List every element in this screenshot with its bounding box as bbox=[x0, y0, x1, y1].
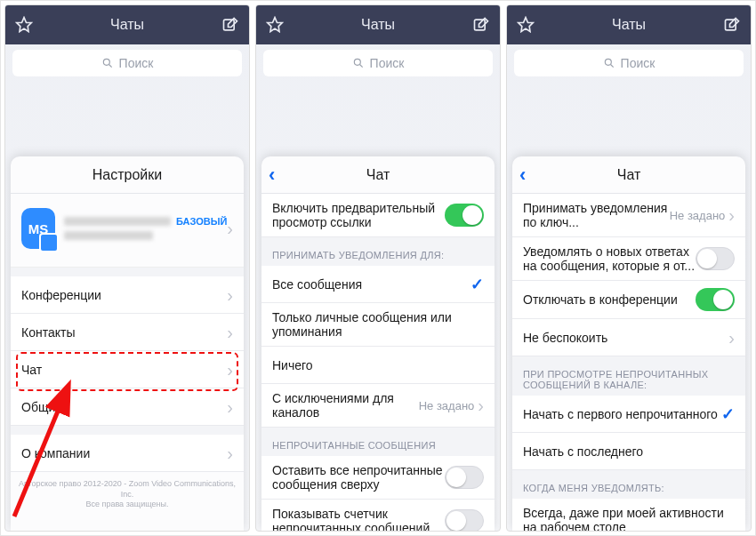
menu-contacts[interactable]: Контакты › bbox=[11, 314, 244, 351]
compose-icon[interactable] bbox=[471, 15, 491, 35]
star-icon[interactable] bbox=[516, 15, 535, 35]
back-button[interactable]: ‹ bbox=[519, 156, 526, 193]
sheet-title: Чат bbox=[617, 167, 641, 183]
chevron-right-icon: › bbox=[227, 324, 233, 341]
row-start-last[interactable]: Начать с последнего bbox=[512, 433, 745, 470]
compose-icon[interactable] bbox=[221, 15, 240, 35]
sheet-header: ‹ Чат bbox=[512, 156, 745, 194]
search-placeholder: Поиск bbox=[119, 56, 154, 70]
row-notify-dm[interactable]: Только личные сообщения или упоминания bbox=[261, 303, 495, 347]
search-placeholder: Поиск bbox=[370, 56, 405, 70]
compose-icon[interactable] bbox=[722, 15, 742, 35]
screen-chat-settings-2: Чаты Поиск ‹ Чат Принимать уведомления п… bbox=[506, 4, 752, 532]
toggle-unread-top[interactable] bbox=[445, 466, 484, 489]
topbar: Чаты bbox=[5, 5, 249, 44]
star-icon[interactable] bbox=[14, 15, 34, 35]
svg-point-2 bbox=[103, 59, 109, 65]
topbar-title: Чаты bbox=[285, 17, 471, 33]
screen-chat-settings-1: Чаты Поиск ‹ Чат Включить предварительны… bbox=[255, 4, 501, 532]
check-icon: ✓ bbox=[470, 275, 484, 294]
row-unread-top[interactable]: Оставить все непрочитанные сообщения све… bbox=[261, 456, 495, 500]
star-icon[interactable] bbox=[265, 15, 285, 35]
svg-point-5 bbox=[354, 59, 360, 65]
chat-sheet: ‹ Чат Принимать уведомления по ключ... Н… bbox=[512, 156, 745, 531]
search-icon bbox=[603, 57, 615, 69]
svg-marker-6 bbox=[519, 18, 534, 32]
chevron-right-icon: › bbox=[227, 361, 233, 379]
row-always-active[interactable]: Всегда, даже при моей активности на рабо… bbox=[512, 499, 745, 531]
row-start-first[interactable]: Начать с первого непрочитанного ✓ bbox=[512, 396, 745, 433]
toggle-replies[interactable] bbox=[696, 247, 735, 270]
toggle-mute-conf[interactable] bbox=[696, 288, 735, 311]
sheet-header: ‹ Чат bbox=[261, 156, 495, 194]
avatar: MS bbox=[21, 208, 55, 249]
section-header: ПРИНИМАТЬ УВЕДОМЛЕНИЯ ДЛЯ: bbox=[261, 237, 495, 266]
chevron-right-icon: › bbox=[227, 398, 233, 416]
account-email-redacted bbox=[64, 231, 153, 240]
menu-chat[interactable]: Чат › bbox=[11, 351, 244, 388]
menu-conferences[interactable]: Конференции › bbox=[11, 276, 244, 314]
topbar: Чаты bbox=[507, 5, 751, 44]
chevron-right-icon: › bbox=[478, 396, 484, 414]
row-link-preview[interactable]: Включить предварительный просмотр ссылки bbox=[261, 194, 495, 237]
svg-marker-3 bbox=[268, 18, 283, 32]
search-input[interactable]: Поиск bbox=[514, 50, 744, 76]
topbar: Чаты bbox=[256, 5, 500, 44]
search-input[interactable]: Поиск bbox=[12, 50, 242, 76]
menu-about[interactable]: О компании › bbox=[11, 435, 244, 472]
row-unread-badge[interactable]: Показывать счетчик непрочитанных сообщен… bbox=[261, 500, 495, 531]
back-button[interactable]: ‹ bbox=[269, 156, 275, 193]
menu-general[interactable]: Общие › bbox=[11, 388, 244, 426]
account-name-redacted bbox=[64, 217, 171, 226]
search-icon bbox=[352, 57, 365, 69]
sheet-title: Чат bbox=[366, 167, 390, 183]
chat-sheet: ‹ Чат Включить предварительный просмотр … bbox=[261, 156, 495, 531]
section-header: НЕПРОЧИТАННЫЕ СООБЩЕНИЯ bbox=[261, 428, 495, 456]
row-mute-conf[interactable]: Отключать в конференции bbox=[512, 281, 745, 319]
sheet-header: Настройки bbox=[11, 156, 244, 194]
row-keywords[interactable]: Принимать уведомления по ключ... Не зада… bbox=[512, 194, 745, 237]
chevron-right-icon: › bbox=[728, 329, 735, 347]
settings-sheet: Настройки MS БАЗОВЫЙ › Конфе bbox=[11, 156, 244, 531]
search-icon bbox=[101, 57, 114, 69]
account-row[interactable]: MS БАЗОВЫЙ › bbox=[11, 194, 244, 268]
chevron-right-icon: › bbox=[227, 286, 233, 304]
topbar-title: Чаты bbox=[34, 17, 221, 33]
check-icon: ✓ bbox=[721, 404, 735, 424]
search-input[interactable]: Поиск bbox=[263, 50, 493, 76]
section-header: КОГДА МЕНЯ УВЕДОМЛЯТЬ: bbox=[512, 470, 745, 499]
row-replies[interactable]: Уведомлять о новых ответах на сообщения,… bbox=[512, 237, 745, 281]
section-header: ПРИ ПРОСМОТРЕ НЕПРОЧИТАННЫХ СООБЩЕНИЙ В … bbox=[512, 356, 745, 396]
row-notify-except[interactable]: С исключениями для каналов Не задано › bbox=[261, 384, 495, 428]
chevron-right-icon: › bbox=[728, 206, 735, 224]
sheet-title: Настройки bbox=[92, 167, 162, 183]
plan-badge: БАЗОВЫЙ bbox=[176, 216, 227, 227]
svg-marker-0 bbox=[17, 18, 32, 32]
svg-point-8 bbox=[605, 59, 611, 65]
copyright: Авторское право 2012-2020 - Zoom Video C… bbox=[11, 472, 244, 517]
toggle-unread-badge[interactable] bbox=[445, 509, 484, 531]
toggle-link-preview[interactable] bbox=[445, 204, 484, 227]
chevron-right-icon: › bbox=[227, 444, 233, 462]
row-dnd[interactable]: Не беспокоить › bbox=[512, 319, 745, 356]
row-notify-all[interactable]: Все сообщения ✓ bbox=[261, 266, 495, 303]
row-notify-none[interactable]: Ничего bbox=[261, 347, 495, 384]
screen-settings: Чаты Поиск Настройки MS БАЗОВЫЙ bbox=[4, 4, 250, 532]
topbar-title: Чаты bbox=[535, 17, 722, 33]
account-text: БАЗОВЫЙ bbox=[64, 214, 227, 243]
search-placeholder: Поиск bbox=[621, 56, 655, 70]
chevron-right-icon: › bbox=[227, 220, 233, 237]
